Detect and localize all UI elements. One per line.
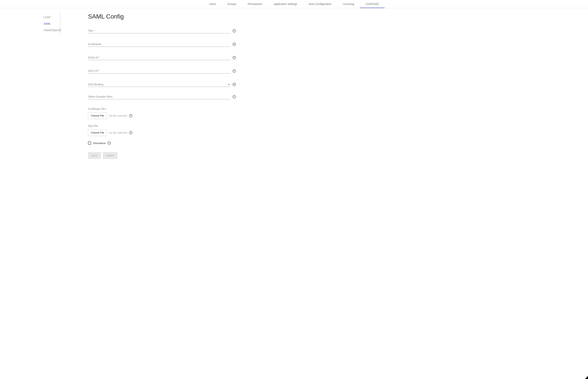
standalone-checkbox[interactable]: [88, 142, 91, 145]
save-button[interactable]: Save: [88, 152, 101, 159]
svg-point-23: [131, 132, 131, 132]
token-duration-input[interactable]: [88, 94, 231, 99]
action-buttons: Save Delete: [88, 152, 236, 159]
tab-application-settings[interactable]: Application Settings: [268, 0, 303, 8]
tab-licensing[interactable]: Licensing: [337, 0, 360, 8]
certificate-choose-file-button[interactable]: Choose File: [88, 112, 107, 119]
key-choose-file-button[interactable]: Choose File: [88, 129, 107, 136]
tab-permissions[interactable]: Permissions: [242, 0, 268, 8]
standalone-row: Standalone: [88, 141, 236, 145]
tab-users[interactable]: Users: [203, 0, 222, 8]
sso-binding-select[interactable]: SSO Binding: [88, 81, 231, 87]
certificate-file-status: No file selected: [109, 114, 127, 117]
sidenav-item-ldap[interactable]: LDAP: [44, 14, 60, 20]
key-file-section: Key File Choose File No file selected: [88, 124, 236, 136]
info-icon[interactable]: [233, 83, 236, 86]
svg-point-20: [131, 115, 131, 115]
info-icon[interactable]: [233, 69, 236, 73]
certificate-file-label: Certificate File *: [88, 107, 236, 111]
page-title: SAML Config: [88, 13, 236, 20]
form-area: SAML Config Title * ID Attribute E: [60, 12, 236, 167]
info-icon[interactable]: [233, 56, 236, 59]
info-icon[interactable]: [233, 95, 236, 99]
key-file-label: Key File: [88, 124, 236, 127]
svg-point-26: [109, 142, 109, 142]
certificate-file-section: Certificate File * Choose File No file s…: [88, 107, 236, 119]
info-icon[interactable]: [233, 43, 236, 46]
tab-anzo-configuration[interactable]: Anzo Configuration: [303, 0, 337, 8]
id-attribute-input[interactable]: [88, 41, 231, 47]
side-nav: LDAP SAML OAuth/OpenID: [0, 12, 60, 33]
sidenav-item-saml[interactable]: SAML: [44, 20, 60, 27]
tab-groups[interactable]: Groups: [222, 0, 242, 8]
sso-url-input[interactable]: [88, 68, 231, 74]
info-icon[interactable]: [107, 141, 111, 145]
info-icon[interactable]: [129, 131, 133, 134]
key-file-status: No file selected: [109, 131, 127, 134]
tab-ldap-sso[interactable]: LDAP/SSO: [360, 0, 385, 8]
standalone-label: Standalone: [93, 142, 106, 145]
sso-binding-label: SSO Binding: [88, 83, 228, 87]
delete-button[interactable]: Delete: [103, 152, 117, 159]
info-icon[interactable]: [233, 29, 236, 33]
chevron-down-icon: [228, 84, 230, 85]
title-input[interactable]: [88, 28, 231, 33]
info-icon[interactable]: [129, 114, 133, 117]
top-nav: Users Groups Permissions Application Set…: [0, 0, 588, 8]
entity-id-input[interactable]: [88, 55, 231, 60]
sidenav-item-oauth-openid[interactable]: OAuth/OpenID: [44, 27, 60, 33]
